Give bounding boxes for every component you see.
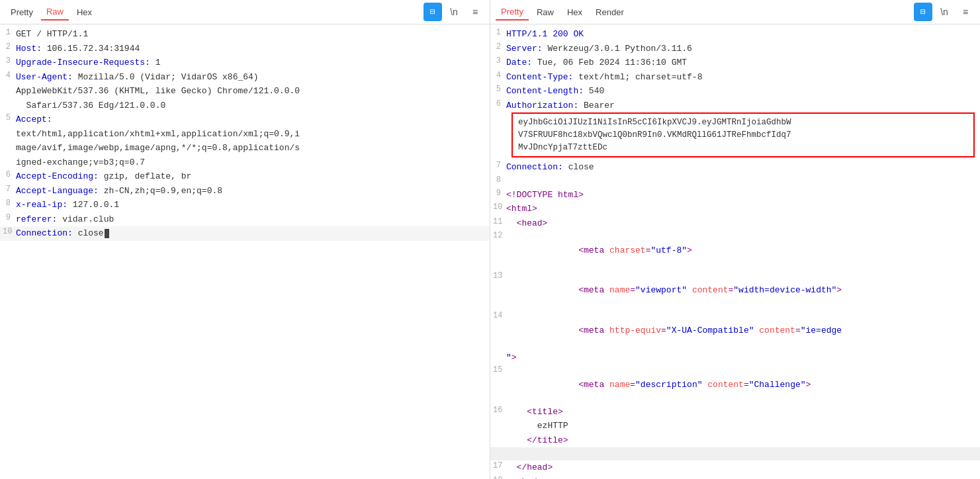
line-row: 10 Connection: close — [0, 226, 490, 241]
line-row: 16 <title> — [490, 405, 980, 419]
copy-icon-left[interactable]: ⊟ — [423, 3, 442, 21]
menu-icon-right[interactable]: ≡ — [956, 3, 975, 21]
tab-pretty-left[interactable]: Pretty — [5, 5, 38, 20]
line-row: 7 Connection: close — [490, 160, 980, 175]
right-panel-content: 1 HTTP/1.1 200 OK 2 Server: Werkzeug/3.0… — [490, 24, 980, 479]
tab-pretty-right[interactable]: Pretty — [496, 4, 529, 21]
line-row: 7 Accept-Language: zh-CN,zh;q=0.9,en;q=0… — [0, 184, 490, 198]
line-row: 2 Server: Werkzeug/3.0.1 Python/3.11.6 — [490, 42, 980, 56]
line-row: ezHTTP — [490, 419, 980, 433]
main-panels: Pretty Raw Hex ⊟ \n ≡ 1 GET / HTTP/1.1 2… — [0, 0, 980, 479]
tab-hex-left[interactable]: Hex — [71, 5, 97, 20]
line-row: 10 <html> — [490, 202, 980, 216]
line-row: 8 x-real-ip: 127.0.0.1 — [0, 198, 490, 212]
copy-icon-right[interactable]: ⊟ — [914, 3, 932, 21]
line-row: 17 </head> — [490, 460, 980, 475]
tab-raw-left[interactable]: Raw — [41, 4, 69, 21]
left-panel: Pretty Raw Hex ⊟ \n ≡ 1 GET / HTTP/1.1 2… — [0, 0, 490, 479]
tab-raw-right[interactable]: Raw — [531, 5, 559, 20]
right-panel: Pretty Raw Hex Render ⊟ \n ≡ 1 HTTP/1.1 … — [490, 0, 980, 479]
line-row: 6 Accept-Encoding: gzip, deflate, br — [0, 169, 490, 184]
line-row: 5 Content-Length: 540 — [490, 84, 980, 99]
line-row: 15 <meta name="description" content="Cha… — [490, 365, 980, 405]
line-row: 8 — [490, 175, 980, 188]
line-row: AppleWebKit/537.36 (KHTML, like Gecko) C… — [0, 84, 490, 99]
line-row: igned-exchange;v=b3;q=0.7 — [0, 155, 490, 170]
line-row: 14 <meta http-equiv="X-UA-Compatible" co… — [490, 310, 980, 351]
line-row: 3 Date: Tue, 06 Feb 2024 11:36:10 GMT — [490, 56, 980, 70]
newline-icon-right[interactable]: \n — [935, 3, 954, 21]
line-row: </title> — [490, 433, 980, 448]
line-row: 1 GET / HTTP/1.1 — [0, 27, 490, 42]
line-row: 2 Host: 106.15.72.34:31944 — [0, 42, 490, 56]
left-panel-content: 1 GET / HTTP/1.1 2 Host: 106.15.72.34:31… — [0, 24, 490, 479]
jwt-token-line3: MvJDncYpjaT7zttEDc — [518, 143, 607, 152]
jwt-token-box: eyJhbGciOiJIUzI1NiIsInR5cCI6IkpXVCJ9.eyJ… — [490, 112, 980, 160]
line-row: mage/avif,image/webp,image/apng,*/*;q=0.… — [0, 141, 490, 155]
line-row: text/html,application/xhtml+xml,applicat… — [0, 127, 490, 142]
menu-icon-left[interactable]: ≡ — [466, 3, 484, 21]
line-row: 5 Accept: — [0, 112, 490, 127]
line-row: 9 <!DOCTYPE html> — [490, 188, 980, 202]
line-row: 4 Content-Type: text/html; charset=utf-8 — [490, 70, 980, 85]
tab-hex-right[interactable]: Hex — [562, 5, 588, 20]
line-row: 12 <meta charset="utf-8"> — [490, 230, 980, 271]
line-row: 9 referer: vidar.club — [0, 212, 490, 227]
newline-icon-left[interactable]: \n — [445, 3, 463, 21]
line-row: "> — [490, 351, 980, 365]
line-row: 11 <head> — [490, 216, 980, 231]
jwt-token-line2: V7SFRUUF8hc18xbVQwclQ0bnR9In0.VKMdRQllG6… — [518, 130, 791, 140]
line-row: 1 HTTP/1.1 200 OK — [490, 27, 980, 42]
line-row — [490, 447, 980, 460]
line-row: 18 <body> — [490, 475, 980, 479]
line-row: 4 User-Agent: Mozilla/5.0 (Vidar; VidarO… — [0, 70, 490, 85]
jwt-token-line1: eyJhbGciOiJIUzI1NiIsInR5cCI6IkpXVCJ9.eyJ… — [518, 118, 791, 127]
line-row: 13 <meta name="viewport" content="width=… — [490, 271, 980, 311]
right-panel-header: Pretty Raw Hex Render ⊟ \n ≡ — [490, 0, 980, 24]
left-panel-header: Pretty Raw Hex ⊟ \n ≡ — [0, 0, 490, 24]
tab-render-right[interactable]: Render — [590, 5, 629, 20]
line-row: 3 Upgrade-Insecure-Requests: 1 — [0, 56, 490, 70]
line-row: 6 Authorization: Bearer — [490, 99, 980, 113]
line-row: Safari/537.36 Edg/121.0.0.0 — [0, 99, 490, 113]
